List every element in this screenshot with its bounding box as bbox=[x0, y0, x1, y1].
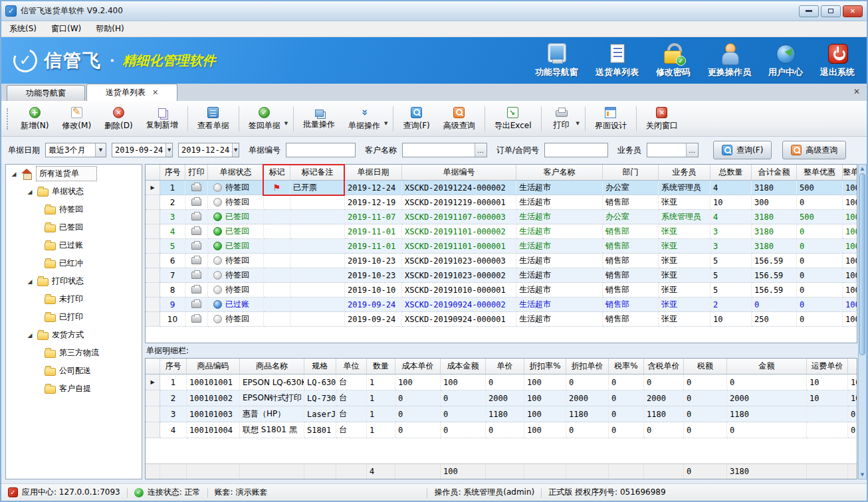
col-item-code[interactable]: 商品编码 bbox=[187, 359, 240, 374]
col-seq[interactable]: 序号 bbox=[160, 359, 187, 374]
col-mark[interactable]: 标记 bbox=[264, 165, 290, 180]
adv-query-filter-button[interactable]: 高级查询 bbox=[782, 141, 846, 159]
expand-arrow-icon[interactable]: ◢ bbox=[26, 278, 34, 285]
detail-row[interactable]: 4 100101004 联想 S1801 黑 S1801 台 1 0 0 0 1… bbox=[146, 422, 857, 438]
table-row[interactable]: 8 待签回 2019-10-10 XSCKD-20191010-000001 生… bbox=[146, 283, 857, 297]
table-row[interactable]: 2 待签回 2019-12-19 XSCKD-20191219-000001 生… bbox=[146, 195, 857, 210]
tree-item-printed[interactable]: 已打印 bbox=[6, 308, 142, 326]
switch-operator-button[interactable]: 更换操作员 bbox=[708, 43, 751, 78]
adv-query-button[interactable]: 高级查询 bbox=[437, 103, 482, 135]
tree-item-reversed[interactable]: 已红冲 bbox=[6, 254, 142, 272]
col-qty[interactable]: 总数量 bbox=[710, 165, 752, 180]
date-from-select[interactable]: 2019-09-24▼ bbox=[112, 143, 173, 157]
maximize-button[interactable] bbox=[821, 5, 841, 17]
query-button[interactable]: 查询(F) bbox=[396, 103, 436, 135]
expand-arrow-icon[interactable]: ◢ bbox=[26, 332, 34, 339]
new-button[interactable]: 新增(N) bbox=[14, 103, 55, 135]
tree-root-all-deliveries[interactable]: ◢ 所有送货单 bbox=[6, 165, 142, 183]
exit-system-button[interactable]: 退出系统 bbox=[820, 43, 855, 78]
menu-window[interactable]: 窗口(W) bbox=[51, 23, 81, 35]
batch-ops-button[interactable]: 批量操作 bbox=[296, 103, 342, 135]
detail-row[interactable]: 3 100101003 惠普（HP） LaserJ 台 1 0 0 1180 1… bbox=[146, 406, 857, 422]
ellipsis-button[interactable]: … bbox=[686, 143, 698, 157]
tabstrip-close-icon[interactable]: ✕ bbox=[853, 87, 860, 96]
dropdown-arrow-icon[interactable]: ▼ bbox=[284, 121, 288, 126]
vertical-scrollbar[interactable]: ▲ ▼ bbox=[858, 164, 867, 479]
col-cost-amount[interactable]: 成本金额 bbox=[441, 359, 486, 374]
date-range-select[interactable]: 最近3个月▼ bbox=[45, 143, 106, 157]
user-center-button[interactable]: 用户中心 bbox=[768, 43, 803, 78]
col-discount-rate[interactable]: 折扣率% bbox=[524, 359, 566, 374]
col-unit[interactable]: 单位 bbox=[336, 359, 367, 374]
scroll-up-icon[interactable]: ▲ bbox=[861, 165, 864, 173]
col-discount-price[interactable]: 折扣单价 bbox=[566, 359, 609, 374]
col-spec[interactable]: 规格 bbox=[304, 359, 336, 374]
customer-input[interactable]: … bbox=[402, 143, 487, 157]
expand-arrow-icon[interactable]: ◢ bbox=[10, 171, 18, 177]
tree-item-pending-signback[interactable]: 待签回 bbox=[6, 201, 142, 218]
scrollbar-thumb[interactable] bbox=[859, 173, 865, 355]
tab-close-icon[interactable]: ✕ bbox=[152, 88, 158, 97]
tree-group-ship-method[interactable]: ◢ 发货方式 bbox=[6, 326, 142, 344]
doc-ops-button[interactable]: »单据操作 bbox=[342, 103, 387, 135]
order-input[interactable] bbox=[544, 143, 608, 157]
delivery-list-button[interactable]: 送货单列表 bbox=[596, 43, 639, 78]
doc-no-input[interactable] bbox=[286, 143, 356, 157]
close-button[interactable]: ✕ bbox=[843, 5, 863, 17]
tree-item-third-party-logistics[interactable]: 第三方物流 bbox=[6, 344, 142, 362]
col-total[interactable]: 合计金额 bbox=[752, 165, 797, 180]
ellipsis-button[interactable]: … bbox=[475, 143, 487, 157]
ui-design-button[interactable]: 界面设计 bbox=[588, 103, 633, 135]
delete-button[interactable]: 删除(D) bbox=[98, 103, 140, 135]
dropdown-arrow-icon[interactable]: ▼ bbox=[384, 121, 387, 126]
col-doc-no[interactable]: 单据编号 bbox=[402, 165, 516, 180]
expand-arrow-icon[interactable]: ◢ bbox=[26, 189, 34, 195]
col-price-with-tax[interactable]: 含税单价 bbox=[644, 359, 684, 374]
col-qty[interactable]: 数量 bbox=[367, 359, 395, 374]
col-freight-price[interactable]: 运费单价 bbox=[807, 359, 848, 374]
tree-item-posted[interactable]: 已过账 bbox=[6, 236, 142, 254]
menu-system[interactable]: 系统(S) bbox=[9, 23, 37, 35]
tab-nav-window[interactable]: 功能导航窗 bbox=[7, 85, 85, 101]
tab-delivery-list[interactable]: 送货单列表 ✕ bbox=[86, 84, 177, 101]
col-print[interactable]: 打印 bbox=[185, 165, 208, 180]
tree-item-customer-pickup[interactable]: 客户自提 bbox=[6, 380, 142, 398]
col-cost-price[interactable]: 成本单价 bbox=[395, 359, 441, 374]
table-row[interactable]: 10 待签回 2019-09-24 XSCKD-20190924-000001 … bbox=[146, 312, 857, 327]
col-dept[interactable]: 部门 bbox=[603, 165, 659, 180]
table-row[interactable]: 3 已签回 2019-11-07 XSCKD-20191107-000003 生… bbox=[146, 210, 857, 224]
sign-back-button[interactable]: 签回单据 bbox=[242, 103, 287, 135]
tree-group-print-status[interactable]: ◢ 打印状态 bbox=[6, 272, 142, 290]
close-window-button[interactable]: 关闭窗口 bbox=[639, 103, 685, 135]
col-salesman[interactable]: 业务员 bbox=[659, 165, 710, 180]
query-filter-button[interactable]: 查询(F) bbox=[713, 141, 772, 159]
menu-help[interactable]: 帮助(H) bbox=[96, 23, 124, 35]
col-item-name[interactable]: 商品名称 bbox=[240, 359, 304, 374]
detail-row[interactable]: 2 100101002 EPSON针式打印 LQ-730 台 1 0 0 200… bbox=[146, 390, 857, 406]
col-whole[interactable]: 整单 bbox=[843, 165, 857, 180]
col-date[interactable]: 单据日期 bbox=[345, 165, 402, 180]
view-doc-button[interactable]: 查看单据 bbox=[191, 103, 236, 135]
tree-item-company-delivery[interactable]: 公司配送 bbox=[6, 362, 142, 380]
table-row[interactable]: 5 已签回 2019-11-01 XSCKD-20191101-000001 生… bbox=[146, 239, 857, 254]
col-customer[interactable]: 客户名称 bbox=[516, 165, 603, 180]
dropdown-arrow-icon[interactable]: ▼ bbox=[576, 121, 580, 126]
print-button[interactable]: 打印 bbox=[544, 103, 579, 135]
date-to-select[interactable]: 2019-12-24▼ bbox=[178, 143, 239, 157]
copy-new-button[interactable]: 复制新增 bbox=[140, 103, 185, 135]
scroll-down-icon[interactable]: ▼ bbox=[861, 471, 864, 479]
col-tax[interactable]: 税额 bbox=[684, 359, 727, 374]
table-row[interactable]: 4 已签回 2019-11-01 XSCKD-20191101-000002 生… bbox=[146, 224, 857, 239]
tree-item-not-printed[interactable]: 未打印 bbox=[6, 290, 142, 308]
table-row[interactable]: ▶ 1 待签回 ⚑ 已开票 2019-12-24 XSCKD-20191224-… bbox=[146, 181, 857, 195]
tree-group-doc-status[interactable]: ◢ 单据状态 bbox=[6, 183, 142, 201]
minimize-button[interactable] bbox=[799, 5, 819, 17]
edit-button[interactable]: 修改(M) bbox=[55, 103, 98, 135]
col-price[interactable]: 单价 bbox=[486, 359, 524, 374]
detail-row[interactable]: ▶ 1 100101001 EPSON LQ-630K LQ-630 台 1 1… bbox=[146, 375, 857, 390]
tree-item-signed-back[interactable]: 已签回 bbox=[6, 218, 142, 236]
table-row[interactable]: 7 待签回 2019-10-23 XSCKD-20191023-000002 生… bbox=[146, 268, 857, 283]
col-status[interactable]: 单据状态 bbox=[208, 165, 264, 180]
col-discount[interactable]: 整单优惠 bbox=[797, 165, 843, 180]
table-row[interactable]: 6 待签回 2019-10-23 XSCKD-20191023-000003 生… bbox=[146, 254, 857, 268]
